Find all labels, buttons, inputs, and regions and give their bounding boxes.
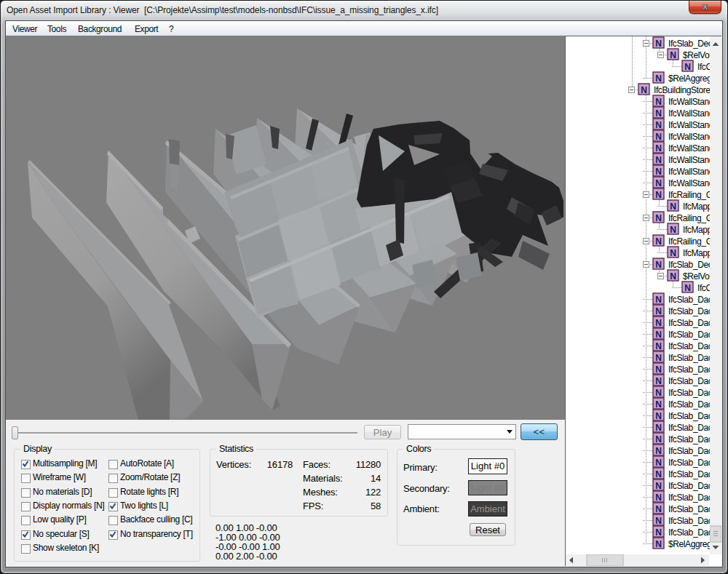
svg-text:N: N [655,330,662,340]
svg-text:N: N [655,411,662,421]
svg-text:N: N [655,504,662,514]
svg-text:N: N [655,446,662,456]
svg-text:N: N [655,190,662,200]
svg-text:N: N [655,167,662,177]
svg-text:N: N [670,248,676,258]
svg-text:N: N [655,306,662,316]
svg-text:N: N [655,353,662,363]
svg-text:N: N [655,295,662,305]
svg-text:N: N [655,318,662,328]
svg-text:N: N [655,458,662,468]
svg-text:N: N [670,50,676,60]
svg-text:N: N [655,73,662,84]
svg-text:N: N [655,469,662,479]
svg-text:N: N [655,399,662,410]
svg-text:N: N [670,225,676,235]
svg-text:N: N [655,213,662,223]
svg-text:N: N [655,155,662,165]
svg-text:N: N [655,120,662,130]
svg-text:N: N [655,423,662,433]
svg-text:N: N [655,376,662,386]
svg-text:N: N [655,527,662,538]
svg-text:N: N [655,39,662,49]
svg-text:N: N [655,260,662,270]
svg-text:N: N [641,85,647,95]
svg-text:IfcBuildingStorey: IfcBuildingStorey [654,85,715,95]
svg-text:N: N [655,493,662,503]
svg-text:N: N [655,481,662,491]
svg-text:N: N [655,539,662,549]
svg-text:N: N [655,132,662,142]
svg-text:N: N [670,202,676,212]
svg-text:N: N [655,341,662,351]
svg-text:N: N [684,62,691,72]
svg-text:N: N [655,178,662,188]
svg-text:N: N [655,434,662,445]
svg-text:N: N [655,97,662,107]
svg-text:N: N [655,388,662,398]
svg-text:N: N [655,516,662,526]
svg-text:N: N [655,364,662,375]
svg-text:N: N [655,143,662,154]
svg-text:N: N [670,271,676,282]
svg-text:N: N [655,236,662,247]
svg-text:N: N [655,108,662,119]
svg-text:N: N [684,283,691,293]
